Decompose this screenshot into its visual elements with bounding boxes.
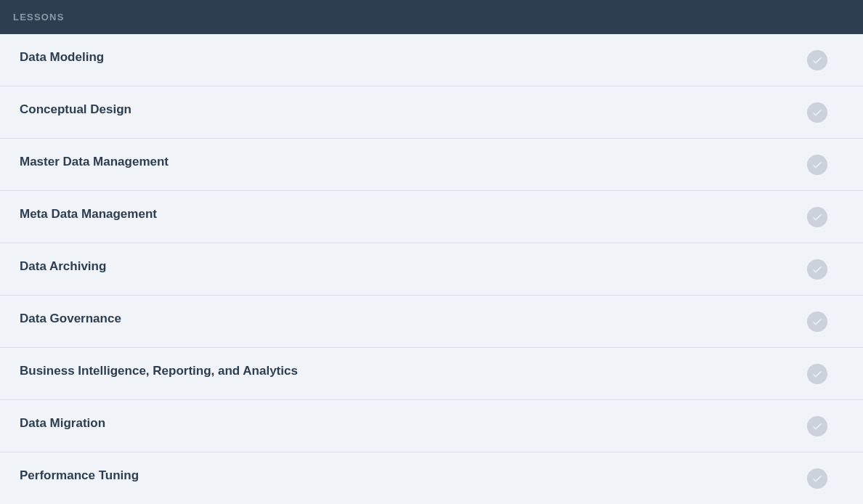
lesson-title: Conceptual Design xyxy=(20,102,131,117)
lesson-title: Data Migration xyxy=(20,416,105,431)
lesson-item[interactable]: Data Modeling xyxy=(0,34,863,86)
lesson-item[interactable]: Data Migration xyxy=(0,400,863,452)
check-circle-icon xyxy=(807,468,827,489)
check-circle-icon xyxy=(807,364,827,384)
lesson-item[interactable]: Master Data Management xyxy=(0,139,863,191)
lesson-item[interactable]: Data Archiving xyxy=(0,243,863,296)
check-circle-icon xyxy=(807,416,827,436)
lesson-item[interactable]: Performance Tuning xyxy=(0,452,863,504)
check-circle-icon xyxy=(807,102,827,123)
lessons-header-title: LESSONS xyxy=(13,12,65,23)
lesson-title: Meta Data Management xyxy=(20,207,157,221)
check-circle-icon xyxy=(807,312,827,332)
lesson-item[interactable]: Business Intelligence, Reporting, and An… xyxy=(0,348,863,400)
lesson-title: Data Modeling xyxy=(20,50,104,65)
check-circle-icon xyxy=(807,207,827,227)
check-circle-icon xyxy=(807,155,827,175)
lesson-title: Data Archiving xyxy=(20,259,106,274)
check-circle-icon xyxy=(807,259,827,280)
lesson-title: Master Data Management xyxy=(20,155,169,169)
lessons-header: LESSONS xyxy=(0,0,863,34)
lesson-item[interactable]: Meta Data Management xyxy=(0,191,863,243)
lesson-item[interactable]: Data Governance xyxy=(0,296,863,348)
lessons-list: Data Modeling Conceptual Design Master D… xyxy=(0,34,863,504)
lesson-title: Performance Tuning xyxy=(20,468,139,483)
lesson-title: Data Governance xyxy=(20,312,121,326)
lesson-item[interactable]: Conceptual Design xyxy=(0,86,863,139)
check-circle-icon xyxy=(807,50,827,70)
lesson-title: Business Intelligence, Reporting, and An… xyxy=(20,364,298,378)
